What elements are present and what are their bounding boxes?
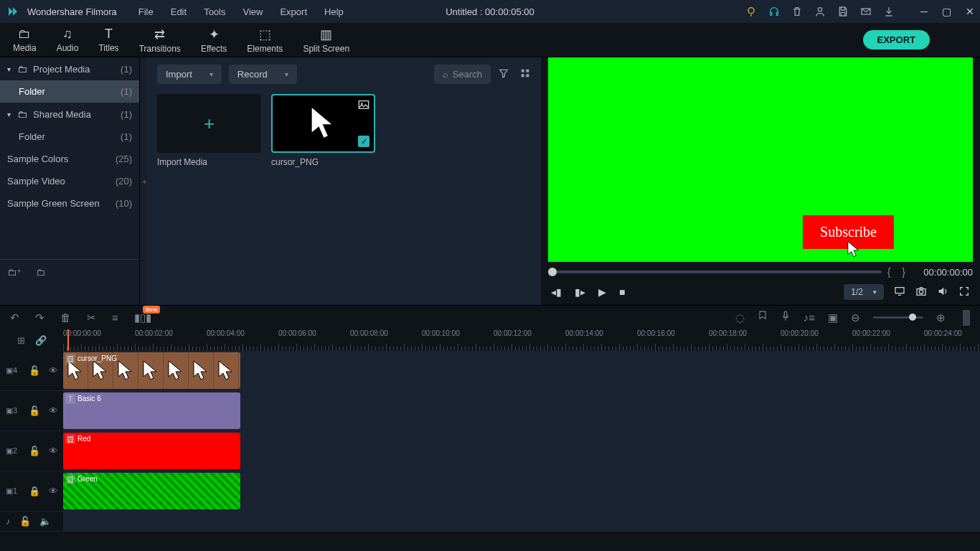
lock-icon[interactable]: 🔓 <box>29 446 40 456</box>
visibility-icon[interactable]: 👁 <box>49 486 58 496</box>
new-folder-icon[interactable]: 🗀⁺ <box>7 267 22 278</box>
maximize-icon[interactable]: ▢ <box>942 6 951 17</box>
window-controls: ─ ▢ ✕ <box>920 6 974 17</box>
svg-rect-6 <box>522 74 524 77</box>
clip-red[interactable]: 🖼 Red <box>63 433 240 469</box>
lock-icon[interactable]: 🔓 <box>29 405 40 416</box>
folder-icon[interactable]: 🗀 <box>36 267 45 278</box>
tab-transitions[interactable]: ⇄Transitions <box>139 27 181 54</box>
mic-icon[interactable] <box>781 311 791 324</box>
tab-split-screen[interactable]: ▥Split Screen <box>303 27 349 54</box>
sidebar-item-sample-green-screen[interactable]: Sample Green Screen(10) <box>0 192 139 215</box>
add-track-icon[interactable]: ⊞ <box>17 335 25 346</box>
clip-basic-6[interactable]: T Basic 6 <box>63 392 240 429</box>
mute-icon[interactable]: 🔈 <box>39 516 51 527</box>
ruler-tick: 00:00:24:00 <box>924 329 962 337</box>
scrubber-head[interactable] <box>548 268 557 276</box>
grid-view-icon[interactable] <box>519 67 531 81</box>
preview-scrubber[interactable]: { } 00:00:00:00 <box>548 265 973 279</box>
link-icon[interactable]: 🔗 <box>35 335 47 346</box>
preview-canvas[interactable]: Subscribe <box>548 57 973 262</box>
trash-icon[interactable] <box>791 6 803 17</box>
volume-icon[interactable] <box>937 286 948 299</box>
download-icon[interactable] <box>883 6 895 17</box>
lock-icon[interactable]: 🔓 <box>19 516 31 527</box>
track-content-2[interactable]: 🖼 Red <box>63 431 980 471</box>
sidebar-item-folder[interactable]: Folder(1) <box>0 80 139 103</box>
panel-collapse-handle[interactable]: ◂ <box>140 57 147 305</box>
menu-tools[interactable]: Tools <box>197 4 232 20</box>
headphones-icon[interactable] <box>768 6 780 17</box>
menu-export[interactable]: Export <box>273 4 314 20</box>
close-icon[interactable]: ✕ <box>966 6 974 17</box>
snapshot-icon[interactable] <box>915 286 927 299</box>
stop-button[interactable]: ■ <box>619 286 625 298</box>
visibility-icon[interactable]: 👁 <box>49 446 58 456</box>
zoom-out-icon[interactable]: ⊖ <box>851 311 860 324</box>
tab-effects[interactable]: ✦Effects <box>201 27 227 54</box>
sparkle-icon: ✦ <box>209 27 220 42</box>
import-dropdown[interactable]: Import▾ <box>157 65 222 84</box>
timeline-ruler[interactable]: 0 00:00:00:0000:00:02:0000:00:04:0000:00… <box>63 329 980 351</box>
audio-track-content[interactable] <box>63 512 980 531</box>
cut-icon[interactable]: ✂ <box>87 311 96 324</box>
track-content-3[interactable]: T Basic 6 <box>63 391 980 430</box>
sidebar-item-project-media[interactable]: ▾🗀Project Media(1) <box>0 57 139 80</box>
clip-cursor-png[interactable]: 🖼 cursor_PNG <box>63 352 240 389</box>
audio-waveform-icon[interactable]: ▮▯▮Beta <box>134 311 151 324</box>
audio-mix-icon[interactable]: ♪≡ <box>804 311 815 324</box>
import-media-tile[interactable]: + Import Media <box>157 94 261 167</box>
preview-quality-dropdown[interactable]: 1/2▾ <box>844 284 884 300</box>
sidebar-item-folder-2[interactable]: Folder(1) <box>0 126 139 148</box>
zoom-handle[interactable] <box>909 314 916 321</box>
braces-icon[interactable]: { } <box>887 266 910 278</box>
tab-elements[interactable]: ⬚Elements <box>247 27 283 54</box>
record-dropdown[interactable]: Record▾ <box>229 65 297 84</box>
visibility-icon[interactable]: 👁 <box>49 365 58 376</box>
undo-icon[interactable]: ↶ <box>10 311 19 324</box>
lock-icon[interactable]: 🔒 <box>29 486 40 496</box>
tab-titles[interactable]: TTitles <box>98 27 118 54</box>
sidebar-item-sample-colors[interactable]: Sample Colors(25) <box>0 148 139 170</box>
minimize-icon[interactable]: ─ <box>920 6 928 17</box>
search-input[interactable]: ⌕Search <box>434 65 491 84</box>
export-button[interactable]: EXPORT <box>863 30 930 50</box>
delete-icon[interactable]: 🗑 <box>60 311 71 324</box>
save-icon[interactable] <box>837 6 849 17</box>
track-content-1[interactable]: 🖼 Green <box>63 471 980 511</box>
menu-help[interactable]: Help <box>317 4 351 20</box>
media-tile-cursor-png[interactable]: ✓ cursor_PNG <box>271 94 375 167</box>
track-head-4: ▣4 🔓 👁 <box>0 351 63 390</box>
zoom-fit-button[interactable] <box>963 310 970 326</box>
lightbulb-icon[interactable] <box>745 6 757 17</box>
play-button[interactable]: ▶ <box>598 286 606 298</box>
menu-file[interactable]: File <box>131 4 161 20</box>
visibility-icon[interactable]: 👁 <box>49 405 58 416</box>
track-head-1: ▣1 🔒 👁 <box>0 471 63 511</box>
sidebar-item-shared-media[interactable]: ▾🗀Shared Media(1) <box>0 103 139 126</box>
sidebar-item-sample-video[interactable]: Sample Video(20) <box>0 170 139 192</box>
mixer-icon[interactable]: ◌ <box>735 311 745 324</box>
step-back-button[interactable]: ◂▮ <box>551 286 562 298</box>
scrubber-track[interactable] <box>548 270 882 273</box>
fullscreen-icon[interactable] <box>958 286 970 299</box>
tab-media[interactable]: 🗀Media <box>13 27 37 54</box>
user-icon[interactable] <box>814 6 826 17</box>
lock-icon[interactable]: 🔓 <box>29 365 40 376</box>
filter-icon[interactable] <box>498 67 509 81</box>
ruler-tick: 00:00:18:00 <box>709 329 747 337</box>
display-icon[interactable] <box>894 286 905 299</box>
mail-icon[interactable] <box>860 6 872 17</box>
crop-icon[interactable]: ▣ <box>828 311 838 324</box>
settings-sliders-icon[interactable]: ≡ <box>112 311 118 324</box>
menu-view[interactable]: View <box>235 4 270 20</box>
step-forward-button[interactable]: ▮▸ <box>575 286 585 298</box>
zoom-slider[interactable] <box>873 316 923 319</box>
track-content-4[interactable]: 🖼 cursor_PNG <box>63 351 980 390</box>
clip-green[interactable]: 🖼 Green <box>63 473 240 509</box>
menu-edit[interactable]: Edit <box>164 4 194 20</box>
zoom-in-icon[interactable]: ⊕ <box>936 311 946 324</box>
marker-icon[interactable] <box>758 311 768 324</box>
redo-icon[interactable]: ↷ <box>35 311 44 324</box>
tab-audio[interactable]: ♫Audio <box>57 27 79 54</box>
